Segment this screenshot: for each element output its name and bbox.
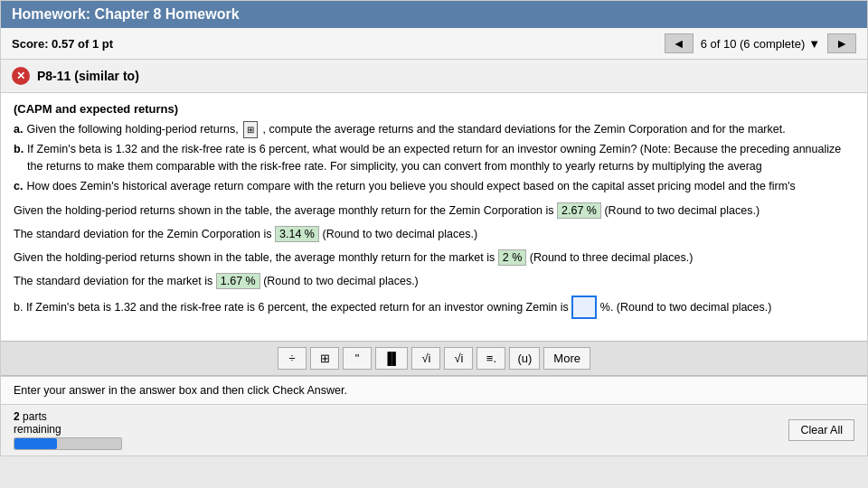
instruction-c-text: How does Zemin's historical average retu… <box>26 178 795 195</box>
answer-b-input[interactable] <box>571 296 597 319</box>
enter-answer-text: Enter your answer in the answer box and … <box>14 384 347 397</box>
content-area: (CAPM and expected returns) a. Given the… <box>1 93 867 333</box>
instruction-b-text: If Zemin's beta is 1.32 and the risk-fre… <box>27 141 854 175</box>
nav-controls: ◄ 6 of 10 (6 complete) ▼ ► <box>665 33 856 53</box>
answer-b-prefix: b. If Zemin's beta is 1.32 and the risk-… <box>14 301 569 314</box>
instruction-b: b. If Zemin's beta is 1.32 and the risk-… <box>14 141 854 175</box>
problem-header: ✕ P8-11 (similar to) <box>1 60 867 93</box>
page-title: Homework: Chapter 8 Homework <box>1 1 867 28</box>
instruction-a-text2: , compute the average returns and the st… <box>263 123 786 136</box>
parts-number: 2 <box>14 410 20 423</box>
nav-status[interactable]: 6 of 10 (6 complete) ▼ <box>701 37 821 51</box>
toolbar-quote[interactable]: " <box>343 347 372 370</box>
clear-all-button[interactable]: Clear All <box>788 419 854 441</box>
answer-a3: Given the holding-period returns shown i… <box>14 249 854 267</box>
answers-area: Given the holding-period returns shown i… <box>14 202 854 319</box>
problem-status-icon: ✕ <box>12 67 30 85</box>
problem-title: P8-11 (similar to) <box>37 69 139 83</box>
label-b: b. <box>14 141 24 158</box>
toolbar-divide[interactable]: ÷ <box>278 347 307 370</box>
answer-a1: Given the holding-period returns shown i… <box>14 202 854 220</box>
answer-a2-prefix: The standard deviation for the Zemin Cor… <box>14 228 272 240</box>
score-label: Score: <box>12 37 48 51</box>
answer-a4-prefix: The standard deviation for the market is <box>14 275 212 287</box>
answer-b-suffix: %. (Round to two decimal places.) <box>600 301 772 314</box>
parts-label-text: parts <box>23 410 47 423</box>
grid-icon[interactable]: ⊞ <box>243 121 258 138</box>
more-button[interactable]: More <box>543 347 590 370</box>
bottom-bar: 2 parts remaining Clear All <box>1 404 867 455</box>
toolbar-sqrt2[interactable]: √i <box>444 347 473 370</box>
enter-answer-bar: Enter your answer in the answer box and … <box>1 376 867 404</box>
progress-bar-container <box>14 437 122 450</box>
answer-a1-prefix: Given the holding-period returns shown i… <box>14 204 554 217</box>
answer-b: b. If Zemin's beta is 1.32 and the risk-… <box>14 296 854 319</box>
answer-a3-suffix: (Round to three decimal places.) <box>530 251 693 264</box>
score-display: Score: 0.57 of 1 pt <box>12 37 113 51</box>
answer-a3-prefix: Given the holding-period returns shown i… <box>14 251 495 264</box>
answer-a2-suffix: (Round to two decimal places.) <box>322 228 477 240</box>
toolbar-grid[interactable]: ⊞ <box>310 347 339 370</box>
prev-button[interactable]: ◄ <box>665 33 693 53</box>
math-toolbar: ÷ ⊞ " ▐▌ √i √i ≡. (u) More <box>1 341 867 376</box>
nav-status-text: 6 of 10 (6 complete) <box>701 37 806 51</box>
answer-a1-suffix: (Round to two decimal places.) <box>604 204 760 217</box>
chevron-down-icon: ▼ <box>808 37 820 51</box>
instruction-c: c. How does Zemin's historical average r… <box>14 178 854 195</box>
answer-a4: The standard deviation for the market is… <box>14 272 854 290</box>
answer-a2: The standard deviation for the Zemin Cor… <box>14 225 854 243</box>
score-value: 0.57 of 1 pt <box>52 37 113 51</box>
instruction-a-text: Given the following holding-period retur… <box>26 123 238 136</box>
parts-remaining-text: remaining <box>14 423 122 436</box>
instructions: a. Given the following holding-period re… <box>14 121 854 194</box>
label-c: c. <box>14 178 23 195</box>
toolbar-bars[interactable]: ▐▌ <box>375 347 408 370</box>
answer-a3-value: 2 % <box>498 249 527 266</box>
answer-a2-value: 3.14 % <box>275 226 319 242</box>
answer-a4-suffix: (Round to two decimal places.) <box>263 275 419 287</box>
instruction-a: a. Given the following holding-period re… <box>14 121 854 138</box>
score-nav-bar: Score: 0.57 of 1 pt ◄ 6 of 10 (6 complet… <box>1 28 867 60</box>
title-text: Homework: Chapter 8 Homework <box>12 6 240 22</box>
progress-bar-fill <box>14 438 57 449</box>
parts-info: 2 parts remaining <box>14 410 122 450</box>
toolbar-sqrt1[interactable]: √i <box>411 347 440 370</box>
answer-a1-value: 2.67 % <box>557 202 601 219</box>
toolbar-equiv[interactable]: ≡. <box>476 347 505 370</box>
toolbar-paren[interactable]: (u) <box>509 347 540 370</box>
capm-header: (CAPM and expected returns) <box>14 102 854 116</box>
next-button[interactable]: ► <box>827 33 856 53</box>
answer-a4-value: 1.67 % <box>216 273 260 289</box>
label-a: a. <box>14 121 23 138</box>
